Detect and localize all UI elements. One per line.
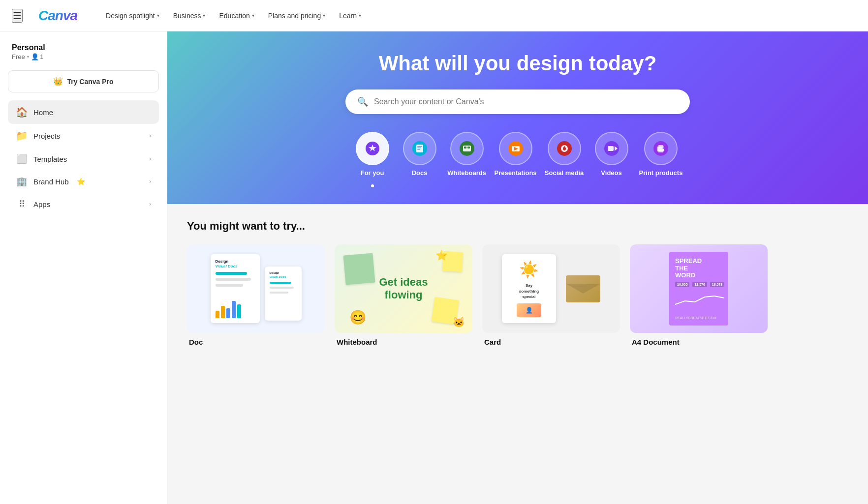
svg-rect-16 <box>608 146 614 151</box>
nav-plans-pricing[interactable]: Plans and pricing ▾ <box>263 9 330 23</box>
search-input[interactable] <box>374 97 678 106</box>
hero-title: What will you design today? <box>197 51 838 76</box>
category-social-media[interactable]: Social media <box>545 132 584 187</box>
nav-business[interactable]: Business ▾ <box>168 9 211 23</box>
nav-links: Design spotlight ▾ Business ▾ Education … <box>101 9 366 23</box>
templates-icon: ⬜ <box>16 153 28 164</box>
card-thumbnail: ☀️ Saysomethingspecial 👤 <box>482 244 620 333</box>
svg-point-22 <box>662 148 664 149</box>
svg-rect-9 <box>467 147 470 148</box>
for-you-circle <box>356 132 389 165</box>
suggestions-section: You might want to try... DesignVisual Do… <box>167 204 868 366</box>
a4-thumbnail: SPREADTHEWORD 10,005 12,570 18,578 REALL… <box>630 244 768 333</box>
svg-rect-8 <box>464 147 466 148</box>
active-indicator <box>371 184 374 187</box>
card-card-label: Card <box>482 338 620 346</box>
greeting-card-design-card[interactable]: ☀️ Saysomethingspecial 👤 Car <box>482 244 620 346</box>
whiteboard-card-label: Whiteboard <box>335 338 472 346</box>
social-media-circle <box>548 132 581 165</box>
category-whiteboards[interactable]: Whiteboards <box>447 132 487 187</box>
category-videos[interactable]: Videos <box>592 132 631 187</box>
suggestions-title: You might want to try... <box>187 220 848 233</box>
videos-circle <box>595 132 628 165</box>
sidebar-item-brand-hub[interactable]: 🏢 Brand Hub ⭐ › <box>8 170 159 193</box>
chevron-right-icon: › <box>149 155 151 162</box>
svg-rect-3 <box>417 146 422 147</box>
whiteboard-design-card[interactable]: Get ideasflowing 😊 ⭐ 🐱 Whiteboard <box>335 244 472 346</box>
whiteboards-circle <box>450 132 484 165</box>
sidebar-item-home[interactable]: 🏠 Home <box>8 100 159 124</box>
apps-icon: ⠿ <box>16 199 28 209</box>
try-canva-pro-button[interactable]: 👑 Try Canva Pro <box>8 70 159 92</box>
home-icon: 🏠 <box>16 106 28 118</box>
design-cards-row: DesignVisual Docs <box>187 244 848 350</box>
brand-hub-badge: ⭐ <box>77 178 85 185</box>
category-presentations[interactable]: Presentations <box>495 132 537 187</box>
doc-design-card[interactable]: DesignVisual Docs <box>187 244 325 346</box>
chevron-right-icon: › <box>149 178 151 185</box>
presentations-circle <box>499 132 532 165</box>
svg-rect-7 <box>463 146 471 151</box>
sidebar-profile: Personal Free • 👤 1 <box>8 43 159 70</box>
sidebar-item-templates[interactable]: ⬜ Templates › <box>8 148 159 170</box>
doc-thumbnail: DesignVisual Docs <box>187 244 325 333</box>
search-icon: 🔍 <box>357 96 368 107</box>
hamburger-menu-button[interactable]: ☰ <box>12 9 23 23</box>
print-products-circle <box>644 132 678 165</box>
nav-education[interactable]: Education ▾ <box>214 9 259 23</box>
sidebar-item-projects[interactable]: 📁 Projects › <box>8 124 159 148</box>
canva-logo[interactable]: Canva <box>38 8 77 24</box>
a4-design-card[interactable]: SPREADTHEWORD 10,005 12,570 18,578 REALL… <box>630 244 768 346</box>
chevron-down-icon: ▾ <box>157 13 159 18</box>
svg-rect-4 <box>417 148 421 148</box>
chevron-down-icon: ▾ <box>359 13 361 18</box>
chevron-down-icon: ▾ <box>252 13 254 18</box>
a4-card-label: A4 Document <box>630 338 768 346</box>
profile-plan: Free • 👤 1 <box>12 53 155 60</box>
profile-name: Personal <box>12 43 155 52</box>
main-content: What will you design today? 🔍 <box>167 31 868 504</box>
person-icon: 👤 <box>31 53 39 60</box>
top-navigation: ☰ Canva Design spotlight ▾ Business ▾ Ed… <box>0 0 868 31</box>
nav-learn[interactable]: Learn ▾ <box>334 9 366 23</box>
category-print-products[interactable]: Print products <box>639 132 683 187</box>
chevron-down-icon: ▾ <box>203 13 205 18</box>
category-for-you[interactable]: For you <box>353 132 392 187</box>
nav-design-spotlight[interactable]: Design spotlight ▾ <box>101 9 164 23</box>
doc-card-label: Doc <box>187 338 325 346</box>
main-layout: Personal Free • 👤 1 👑 Try Canva Pro 🏠 Ho… <box>0 31 868 504</box>
svg-rect-20 <box>658 145 663 148</box>
chevron-down-icon: ▾ <box>323 13 325 18</box>
hero-banner: What will you design today? 🔍 <box>167 31 868 204</box>
whiteboard-thumbnail: Get ideasflowing 😊 ⭐ 🐱 <box>335 244 472 333</box>
crown-icon: 👑 <box>53 77 63 86</box>
svg-rect-2 <box>416 145 423 152</box>
chevron-right-icon: › <box>149 201 151 208</box>
docs-circle <box>403 132 436 165</box>
chevron-right-icon: › <box>149 132 151 139</box>
category-row: For you <box>197 132 838 189</box>
svg-rect-21 <box>658 150 663 152</box>
svg-rect-5 <box>417 149 420 150</box>
sidebar-item-apps[interactable]: ⠿ Apps › <box>8 193 159 215</box>
sidebar: Personal Free • 👤 1 👑 Try Canva Pro 🏠 Ho… <box>0 31 167 504</box>
projects-icon: 📁 <box>16 130 28 142</box>
category-docs[interactable]: Docs <box>400 132 439 187</box>
brand-hub-icon: 🏢 <box>16 176 28 187</box>
search-bar: 🔍 <box>345 89 690 114</box>
